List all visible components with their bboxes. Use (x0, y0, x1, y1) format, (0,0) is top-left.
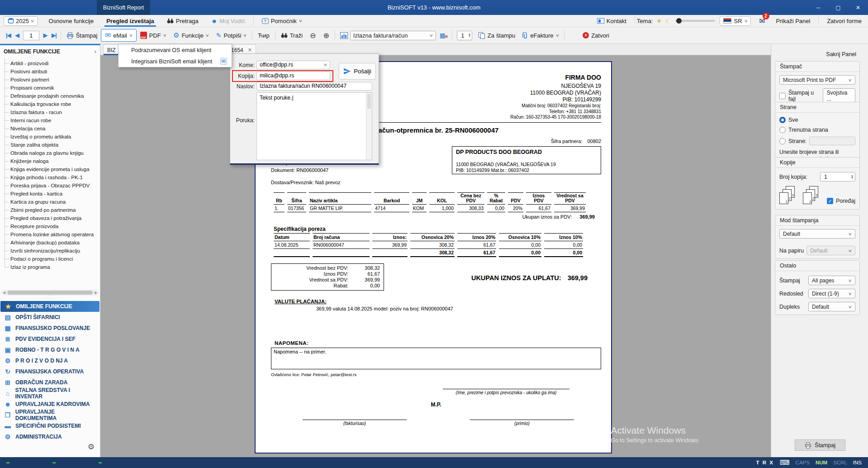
to-combo[interactable]: office@dpp.rs ∨ (256, 61, 330, 69)
last-page-button[interactable]: ▶| (49, 30, 59, 40)
properties-button[interactable]: Svojstva ... (823, 88, 855, 104)
sidebar-section-robno-trgovina[interactable]: ▣ ROBNO - T R G O V I N A (0, 344, 100, 355)
sidebar-section-upravljanje-kadrovima[interactable]: ☻ UPRAVLJANJE KADROVIMA (0, 399, 100, 410)
sidebar-item[interactable]: Promena lozinke aktivnog operatera (0, 230, 100, 239)
sidebar-item[interactable]: Nivelacija cena (0, 124, 100, 133)
option-combo[interactable]: All pages ∨ (808, 276, 855, 285)
minimize-button[interactable]: ─ (808, 0, 828, 15)
sidebar-item[interactable]: Kalkulacija trgovacke robe (0, 100, 100, 108)
sidebar-section-finansijsko-poslovanje[interactable]: ▦ FINANSIJSKO POSLOVANJE (0, 323, 100, 334)
copies-count-spinner[interactable]: 1 ▲▼ (820, 172, 855, 181)
scroll-left-icon[interactable]: ◀ (1, 291, 7, 295)
hide-panel-link[interactable]: Sakrij Panel (826, 51, 856, 57)
page-number-input[interactable]: 1 (23, 31, 39, 40)
sidebar-item[interactable]: Izlaz iz programa (0, 263, 100, 271)
sidebar-item[interactable]: Propisani cenovnik (0, 84, 100, 92)
next-page-button[interactable]: ▶ (41, 30, 49, 40)
sidebar-item[interactable]: Knjiga evidencije prometa i usluga (0, 165, 100, 173)
sidebar-splitter-handle[interactable]: ⁚⁚⁚⁚ (0, 296, 100, 300)
menu-pregled-izvestaja[interactable]: Pregled izveštaja (100, 15, 161, 27)
sidebar-section-proizvodnja[interactable]: ⚙ P R O I Z V O D NJ A (0, 355, 100, 366)
sidebar-item[interactable]: Poreska prijava - Obrazac PPPDV (0, 181, 100, 190)
notifications-mail-button[interactable]: ✉ 2 (759, 17, 765, 25)
sidebar-section-finansijska-operativa[interactable]: ↻ FINANSIJSKA OPERATIVA (0, 366, 100, 377)
sidebar-horizontal-scrollbar[interactable]: ◀ ▶ (1, 290, 99, 296)
option-combo[interactable]: Default ∨ (808, 302, 855, 311)
pages-current-radio[interactable] (779, 127, 786, 133)
message-textarea[interactable]: Tekst poruke. (256, 92, 372, 160)
sidebar-section-omiljene-funkcije[interactable]: ★ OMILJENE FUNKCIJE (0, 301, 100, 312)
sidebar-section-administracija[interactable]: ⚙ ADMINISTRACIJA (0, 431, 100, 442)
settings-gear-icon[interactable]: ⚙ (88, 442, 95, 452)
menu-item-integrated-email-client[interactable]: Integrisani BizniSoft email klijent ✉ (119, 56, 232, 67)
previous-page-button[interactable]: ◀ (13, 30, 21, 40)
sidebar-item[interactable]: Artikli - proizvodi (0, 59, 100, 67)
sidebar-section-opsti-sifarnici[interactable]: ▤ OPŠTI ŠIFARNICI (0, 312, 100, 323)
textarea-scrollbar[interactable] (366, 93, 372, 160)
sidebar-item[interactable]: Podaci o programu i licenci (0, 255, 100, 263)
sidebar-item[interactable]: Zbirni pregled po partnerima (0, 206, 100, 214)
pages-all-radio[interactable] (779, 117, 786, 123)
close-report-grid-button[interactable]: ▦✕ (440, 32, 446, 38)
sidebar-item[interactable]: Recepture proizvoda (0, 222, 100, 230)
paper-combo[interactable]: Default ∨ (806, 246, 855, 255)
menu-item-os-email-client[interactable]: Podrazumevani OS email klijent (119, 44, 232, 56)
sidebar-item[interactable]: Izvrši sinhronizaciju/replikaciju (0, 247, 100, 255)
menu-moj-vodic[interactable]: ☻ Moj Vodič (205, 15, 251, 27)
sidebar-item[interactable]: Interni racun robe (0, 116, 100, 124)
sidebar-item[interactable]: Arhiviranje (backup) podataka (0, 239, 100, 247)
report-window-tab[interactable]: BizniSoft Report (97, 0, 150, 15)
print-to-file-checkbox[interactable] (779, 93, 786, 99)
theme-slider-knob[interactable] (676, 18, 682, 24)
sidebar-item[interactable]: Poslovni atributi (0, 67, 100, 76)
printer-combo[interactable]: Microsoft Print to PDF ∨ (779, 75, 855, 85)
sidebar-item[interactable]: Pregled konta - kartica (0, 190, 100, 198)
sidebar-item[interactable]: Definisanje prodajnih cenovnika (0, 92, 100, 100)
subject-input[interactable]: Izlazna faktura/račun RN006000047 (256, 82, 372, 91)
sidebar-item[interactable]: Obrada naloga za glavnu knjigu (0, 149, 100, 157)
sidebar-item[interactable]: Kartica za grupu racuna (0, 198, 100, 206)
sidebar-item[interactable]: Izlazna faktura - racun (0, 108, 100, 116)
language-selector[interactable]: SR ∨ (720, 16, 751, 26)
menu-pretraga[interactable]: Pretraga (161, 15, 205, 27)
for-print-button[interactable]: Za štampu (475, 30, 519, 41)
collate-checkbox[interactable]: ✓ (827, 198, 833, 204)
zoom-out-button[interactable]: ⊖ (306, 29, 319, 42)
scrollbar-thumb[interactable] (7, 291, 93, 295)
email-button[interactable]: ✉ eMail ∨ (101, 29, 136, 42)
send-button[interactable]: Pošalji (339, 63, 376, 80)
print-button[interactable]: Štampaj (63, 30, 101, 41)
copies-spinner[interactable]: 1 ▲▼ (457, 31, 472, 40)
option-combo[interactable]: Direct (1-9) ∨ (808, 289, 855, 298)
zoom-in-button[interactable]: ⊕ (319, 29, 332, 42)
sign-button[interactable]: ✎ Potpiši ∨ (213, 30, 250, 41)
sidebar-item[interactable]: Poslovni partneri (0, 76, 100, 84)
tab-close-icon[interactable]: ✕ (248, 47, 252, 53)
menu-osnovne-funkcije[interactable]: Osnovne funkcije (43, 15, 100, 27)
light-theme-icon[interactable]: ☀ (656, 18, 662, 24)
maximize-button[interactable]: ▢ (828, 0, 848, 15)
sidebar-item[interactable]: Izveštaj o prometu artikala (0, 133, 100, 141)
close-report-button[interactable]: ✕ Zatvori (579, 30, 613, 41)
spinner-arrows-icon[interactable]: ▲▼ (851, 175, 855, 179)
theme-slider[interactable] (675, 20, 715, 22)
sidebar-item[interactable]: Knjiga prihoda i rashoda - PK-1 (0, 173, 100, 181)
sidebar-item[interactable]: Pregled obaveza i potraživanja (0, 214, 100, 222)
sidebar-section-obracun-zarada[interactable]: ⊞ OBRAČUN ZARADA (0, 377, 100, 388)
sidebar-section-pdv-evidencija-i-sef[interactable]: ≣ PDV EVIDENCIJA I SEF (0, 334, 100, 344)
collapse-sidebar-icon[interactable]: ‹ (95, 48, 96, 55)
pages-range-radio[interactable] (779, 138, 786, 144)
report-type-combo[interactable]: Izlazna faktura/račun ∨ (350, 31, 436, 40)
dark-theme-icon[interactable]: ☾ (665, 17, 671, 24)
search-button[interactable]: Traži (277, 30, 306, 41)
menu-pomocnik[interactable]: ? Pomoćnik ∨ (256, 15, 308, 27)
cyrillic-toggle-button[interactable]: Ћир (254, 30, 273, 41)
sidebar-section-stalna-sredstva-i-inventar[interactable]: ⌂ STALNA SREDSTVA I INVENTAR (0, 388, 100, 399)
year-selector[interactable]: 2025 ∨ (4, 16, 38, 26)
first-page-button[interactable]: |◀ (4, 30, 13, 40)
pdf-button[interactable]: PDF PDF ∨ (137, 30, 170, 41)
sidebar-section-specificni-podsistemi[interactable]: ▬ SPECIFIČNI PODSISTEMI (0, 420, 100, 431)
scroll-right-icon[interactable]: ▶ (93, 291, 99, 295)
close-forms-button[interactable]: Zatvori forme (821, 15, 868, 27)
functions-button[interactable]: ⚙ Funkcije ∨ (170, 29, 212, 41)
